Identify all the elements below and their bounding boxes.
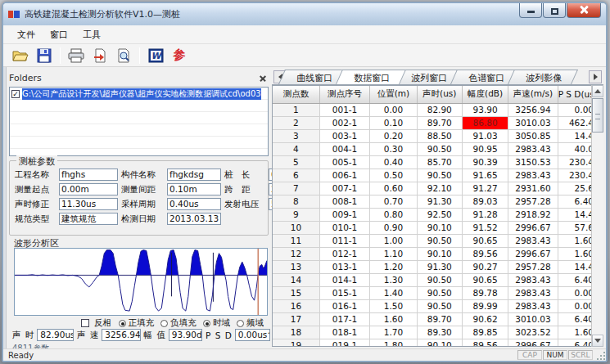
table-cell[interactable]: 2983.43 [508,299,558,312]
table-row[interactable]: 15015-11.4090.5089.782983.430.00 [273,286,595,299]
table-cell[interactable]: 57.6 [558,221,594,234]
invert-checkbox[interactable]: 反相 [81,317,111,329]
table-cell[interactable]: 89.03 [462,195,508,208]
table-cell[interactable]: 3150.53 [508,155,558,169]
table-cell[interactable]: 007-1 [319,182,369,195]
table-cell[interactable]: 016-1 [319,299,369,312]
table-row[interactable]: 12012-11.1090.1089.562996.671.60 [273,247,595,260]
table-row[interactable]: 11011-11.0090.5090.652983.431.60 [273,234,595,247]
table-cell[interactable]: 009-1 [319,208,369,221]
table-cell[interactable]: 2983.43 [508,234,558,247]
table-cell[interactable]: 90.39 [462,155,508,169]
waveform-chart[interactable] [14,248,268,316]
table-cell[interactable]: 89.99 [462,299,508,312]
vertical-scroll-thumb[interactable] [592,98,603,133]
panel-close-icon[interactable] [257,73,269,83]
table-cell[interactable]: 005-1 [319,155,369,169]
table-cell[interactable]: 6.40 [558,312,594,326]
table-cell[interactable]: 91.65 [462,169,508,182]
table-cell[interactable]: 1.50 [370,299,417,312]
table-cell[interactable]: 89.78 [462,286,508,299]
readout-value[interactable]: 82.90us [37,329,74,341]
table-cell[interactable]: 0.90 [370,221,417,234]
table-cell[interactable]: 015-1 [319,286,369,299]
table-cell[interactable]: 002-1 [319,116,369,129]
table-cell[interactable]: 15 [273,286,319,299]
table-cell[interactable]: 2 [273,116,319,129]
table-cell[interactable]: 004-1 [319,142,369,155]
table-cell[interactable]: 006-1 [319,169,369,182]
table-cell[interactable]: 86.80 [462,116,508,129]
table-cell[interactable]: 1.70 [370,326,417,339]
folder-list[interactable]: ✓G:\公司产品设计开发\超声仪器\超声仪实地检测数据调试cd\od03\od0… [9,87,269,156]
table-cell[interactable]: 93.90 [462,103,508,116]
table-cell[interactable]: 0.00 [558,103,594,116]
table-cell[interactable]: 0.50 [370,169,417,182]
table-row[interactable]: 13013-11.2091.3090.272957.2814.4 [273,260,595,273]
table-cell[interactable]: 90.65 [462,234,508,247]
close-button[interactable] [567,3,601,18]
readout-value[interactable]: 0.00us^2/m [235,329,270,341]
table-cell[interactable]: 14.4 [558,129,594,142]
table-cell[interactable]: 25.6 [558,182,594,195]
scroll-up-button[interactable] [592,85,603,97]
table-cell[interactable]: 13 [273,260,319,273]
word-report-button[interactable]: W [145,46,166,65]
maximize-button[interactable] [543,3,566,18]
tab-5[interactable]: 波列影像 [508,70,578,84]
table-cell[interactable]: 89.85 [462,326,508,339]
column-header[interactable]: 测点序号 [319,86,369,103]
table-row[interactable]: 18018-11.7089.3089.853023.521.60 [273,326,595,339]
table-cell[interactable]: 2918.92 [508,208,558,221]
table-row[interactable]: 2002-10.1089.7086.803010.03462.4 [273,116,595,129]
table-cell[interactable]: 90.65 [462,273,508,286]
tab-scroll-right-button[interactable] [589,70,602,83]
table-row[interactable]: 5005-10.4085.7090.393150.53230.4 [273,155,595,169]
menu-item-1[interactable]: 文件 [10,27,43,43]
table-cell[interactable]: 3023.52 [508,326,558,339]
table-row[interactable]: 4004-10.3090.5090.952983.4340.0 [273,142,595,155]
minimize-button[interactable] [519,3,542,18]
domain-radio-1[interactable]: 时域 [203,317,230,329]
table-cell[interactable]: 2931.60 [508,182,558,195]
parameters-button[interactable]: 参 [169,46,190,65]
table-cell[interactable]: 0.40 [370,155,417,169]
table-cell[interactable]: 0.30 [370,142,417,155]
table-cell[interactable]: 3010.03 [508,312,558,326]
table-cell[interactable]: 5 [273,155,319,169]
table-cell[interactable]: 2957.28 [508,260,558,273]
table-cell[interactable]: 001-1 [319,103,369,116]
table-cell[interactable]: 6 [273,169,319,182]
table-cell[interactable]: 3010.03 [508,116,558,129]
table-cell[interactable]: 90.95 [462,142,508,155]
open-file-button[interactable] [10,46,31,65]
vertical-scrollbar[interactable] [591,85,603,347]
table-row[interactable]: 1001-10.0082.9093.903256.940.00 [273,103,595,116]
table-cell[interactable]: 2996.67 [508,247,558,260]
table-cell[interactable]: 2983.43 [508,273,558,286]
table-cell[interactable]: 2983.43 [508,142,558,155]
table-cell[interactable]: 013-1 [319,260,369,273]
table-cell[interactable]: 2996.67 [508,339,558,347]
export-button[interactable] [89,46,111,65]
table-cell[interactable]: 1.00 [370,234,417,247]
table-cell[interactable]: 003-1 [319,129,369,142]
table-cell[interactable]: 012-1 [319,247,369,260]
table-cell[interactable]: 90.62 [462,312,508,326]
table-cell[interactable]: 89.30 [417,326,462,339]
readout-value[interactable]: 93.90dB [169,329,202,341]
table-cell[interactable]: 0.70 [370,195,417,208]
table-cell[interactable]: 1.10 [370,247,417,260]
table-cell[interactable]: 40.0 [558,142,594,155]
table-cell[interactable]: 7 [273,182,319,195]
table-cell[interactable]: 019-1 [319,339,369,347]
table-cell[interactable]: 3 [273,129,319,142]
table-cell[interactable]: 0.20 [370,129,417,142]
param-input[interactable]: 11.30us [59,198,118,210]
table-cell[interactable]: 2983.43 [508,286,558,299]
table-cell[interactable]: 462.4 [558,116,594,129]
column-header[interactable]: 声速(m/s) [508,86,558,103]
param-input[interactable]: 0.40us [167,198,221,210]
table-row[interactable]: 16016-11.5090.5089.992983.430.00 [273,299,595,312]
column-header[interactable]: 声时(us) [417,86,462,103]
